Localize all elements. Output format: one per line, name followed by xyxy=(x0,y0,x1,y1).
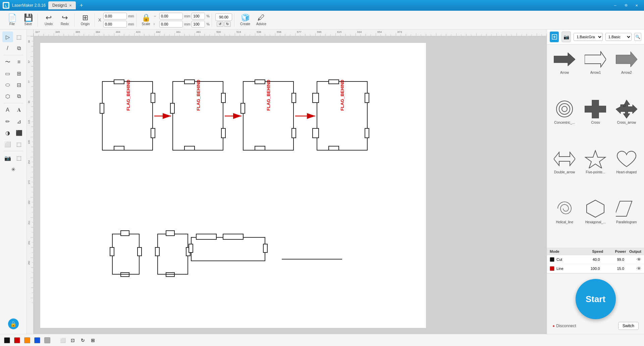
w-arrow-icon: ↔ xyxy=(153,14,158,18)
x-input[interactable] xyxy=(103,13,127,19)
lock-btn[interactable]: 🔒 xyxy=(8,319,19,329)
minimize-btn[interactable]: ─ xyxy=(610,2,620,8)
flag-group-2[interactable]: FLAG_BEHIND xyxy=(170,80,225,150)
save-btn[interactable]: 💾 Save xyxy=(21,13,36,27)
h-input[interactable] xyxy=(159,21,183,27)
node-btn[interactable]: ⊿ xyxy=(14,116,24,127)
bottom-shape-1[interactable] xyxy=(110,231,142,277)
process-btn[interactable]: ✳ xyxy=(8,164,19,175)
shape-category-select[interactable]: 1.BasicGra xyxy=(574,33,603,41)
bottom-shape-2[interactable] xyxy=(155,231,190,277)
shape-item-helical[interactable]: Helical_line xyxy=(550,197,579,245)
trace-btn[interactable]: ⬚ xyxy=(14,139,24,150)
w-input[interactable] xyxy=(159,13,183,19)
color-blue[interactable] xyxy=(34,337,40,343)
canvas-content[interactable]: FLAG_BEHIND FLAG_BEHIND xyxy=(34,36,547,334)
camera-btn[interactable]: 📷 xyxy=(2,153,13,163)
tab-close-btn[interactable]: ✕ xyxy=(69,4,72,7)
rotate-ccw-btn[interactable]: ↺ xyxy=(217,21,223,27)
disconnect-button[interactable]: ● Disconnect xyxy=(552,324,576,328)
status-refresh-btn[interactable]: ↻ xyxy=(78,336,87,345)
shape-item-cross-arrow[interactable]: Cross_arrow xyxy=(612,98,641,145)
layer-color-line[interactable] xyxy=(550,266,554,271)
layer-visible-line[interactable]: 👁 xyxy=(627,266,641,271)
copy-tool-btn[interactable]: ⧉ xyxy=(14,43,24,54)
color-orange[interactable] xyxy=(24,337,30,343)
select-tool-btn[interactable]: ▷ xyxy=(2,32,13,42)
shape-search-btn[interactable]: 🔍 xyxy=(634,33,641,41)
rotate-cw-btn[interactable]: ↻ xyxy=(224,21,231,27)
fill2-btn[interactable]: ⬛ xyxy=(14,127,24,138)
scale-btn[interactable]: 🔒 Scale xyxy=(140,13,152,27)
switch-button[interactable]: Switch xyxy=(618,322,639,330)
shape-item-hexagonal[interactable]: Hexagonal_... xyxy=(581,197,609,245)
preview-btn[interactable] xyxy=(550,32,559,42)
curve-tool-btn[interactable]: 〜 xyxy=(2,57,13,67)
shape-item-five-point[interactable]: Five-pointe... xyxy=(581,148,609,195)
camera-tool-btn[interactable]: 📷 xyxy=(561,32,571,42)
flag-group-4[interactable]: FLAG_BEHIND xyxy=(313,80,369,150)
layer-visible-cut[interactable]: 👁 xyxy=(627,257,641,262)
status-select-btn[interactable]: ⊡ xyxy=(68,336,77,345)
layer-row-cut[interactable]: Cut 40.0 99.0 👁 xyxy=(547,255,644,264)
shape-type-select[interactable]: 1.Basic xyxy=(605,33,632,41)
text-tool-btn[interactable]: A xyxy=(2,105,13,115)
fill-tool-btn[interactable]: ◑ xyxy=(2,127,13,138)
bottom-shape-3[interactable] xyxy=(189,234,267,261)
hexagonal-icon-box xyxy=(584,199,607,219)
w-pct-input[interactable] xyxy=(192,13,205,19)
file-btn[interactable]: 📄 File xyxy=(5,13,19,27)
polygon-tool-btn[interactable]: ⬡ xyxy=(2,91,13,102)
start-button[interactable]: Start xyxy=(576,279,616,319)
status-grid-btn[interactable]: ⊞ xyxy=(89,336,97,345)
color-red[interactable] xyxy=(14,337,20,343)
pen-tool-btn[interactable]: ✏ xyxy=(2,116,13,127)
close-btn[interactable]: ✕ xyxy=(632,2,641,8)
layer-tool-btn[interactable]: ⬜ xyxy=(2,139,13,150)
undo-btn[interactable]: ↩ Undo xyxy=(41,13,56,27)
y-input[interactable] xyxy=(103,21,127,27)
color-black[interactable] xyxy=(4,337,10,343)
layer-color-cut[interactable] xyxy=(550,257,554,262)
shape-item-double-arrow[interactable]: Double_arrow xyxy=(550,148,579,195)
svg-rect-47 xyxy=(114,146,124,150)
flag-group-1[interactable]: FLAG_BEHIND xyxy=(100,80,155,150)
flag-group-3[interactable]: FLAG_BEHIND xyxy=(241,80,296,150)
rotate-input[interactable] xyxy=(215,13,232,21)
fill-grid-btn[interactable]: ⧉ xyxy=(14,91,24,102)
origin-btn[interactable]: ⊞ Origin xyxy=(78,13,93,27)
restore-btn[interactable]: ⧉ xyxy=(621,2,631,8)
dashed-btn[interactable]: ⬚ xyxy=(14,153,24,163)
font-btn[interactable]: 𝐀 xyxy=(14,105,24,115)
add-tab-btn[interactable]: + xyxy=(80,2,83,8)
shape-item-cross[interactable]: Cross xyxy=(581,98,609,145)
shape-item-arrow1[interactable]: Arrow1 xyxy=(581,48,609,95)
layer-row-line[interactable]: Line 100.0 15.0 👁 xyxy=(547,264,644,273)
header-mode: Mode xyxy=(550,249,580,253)
shape-item-concentric[interactable]: Concentric_... xyxy=(550,98,579,145)
arr-tool-btn[interactable]: ≡ xyxy=(14,57,24,67)
svg-text:481: 481 xyxy=(196,31,201,34)
svg-text:FLAG_BEHIND: FLAG_BEHIND xyxy=(196,80,201,111)
create-btn[interactable]: 🧊 Create xyxy=(238,13,253,27)
design-svg[interactable]: FLAG_BEHIND FLAG_BEHIND xyxy=(40,43,419,321)
redo-btn[interactable]: ↪ Redo xyxy=(57,13,72,27)
design-tab[interactable]: Design1 ✕ xyxy=(48,1,76,9)
shape-item-parallelogram[interactable]: Parallelogram xyxy=(612,197,641,245)
canvas-area[interactable]: 327 345 365 384 404 423 442 461 481 500 … xyxy=(27,30,547,334)
shape-item-heart[interactable]: Heart-shaped xyxy=(612,148,641,195)
select-region-btn[interactable]: ⬚ xyxy=(14,32,24,42)
h-pct-input[interactable] xyxy=(192,21,205,27)
rect-tool-btn[interactable]: ▭ xyxy=(2,68,13,79)
ellipse-tool-btn[interactable]: ⬭ xyxy=(2,79,13,90)
svg-rect-65 xyxy=(292,93,296,103)
shape-item-arrow[interactable]: Arrow xyxy=(550,48,579,95)
status-rect-btn[interactable]: ⬜ xyxy=(58,336,67,345)
shape-item-arrow2[interactable]: Arrow2 xyxy=(612,48,641,95)
advice-btn[interactable]: 🖊 Advice xyxy=(254,13,269,27)
grid-tool-btn[interactable]: ⊞ xyxy=(14,68,24,79)
color-gray[interactable] xyxy=(44,337,50,343)
line-tool-btn[interactable]: / xyxy=(2,43,13,54)
align-tool-btn[interactable]: ⊟ xyxy=(14,79,24,90)
svg-rect-89 xyxy=(223,234,243,239)
